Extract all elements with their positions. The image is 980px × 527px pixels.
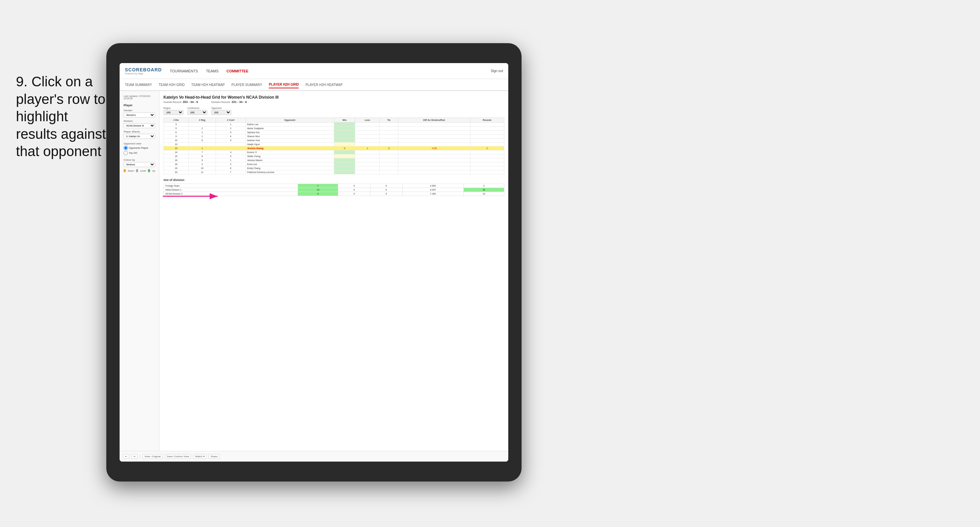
nav-tournaments[interactable]: TOURNAMENTS — [170, 68, 198, 75]
up-dot — [148, 169, 150, 172]
region-label: Region — [164, 107, 183, 109]
filter-row: Region (All) Conference (All) Opponent — [164, 107, 504, 115]
table-row[interactable]: 1063 Andrea York — [164, 138, 504, 143]
gender-select[interactable]: Women's — [124, 113, 155, 117]
undo-btn[interactable]: ↩ — [123, 454, 129, 459]
table-row[interactable]: 1691 Jessica Mason — [164, 159, 504, 162]
sign-out-button[interactable]: Sign out — [491, 69, 503, 73]
top-nav: SCOREBOARD Powered by clippi TOURNAMENTS… — [119, 63, 508, 79]
nav-teams[interactable]: TEAMS — [206, 68, 219, 75]
opponent-option-top100[interactable]: Top 100 — [124, 151, 155, 155]
sub-nav-player-h2h-heatmap[interactable]: PLAYER H2H HEATMAP — [305, 82, 342, 88]
sidebar-player-section: Player — [124, 103, 155, 107]
level-label: Level — [140, 170, 146, 172]
region-select[interactable]: (All) — [164, 110, 183, 115]
sub-nav-team-h2h-grid[interactable]: TEAM H2H GRID — [159, 82, 185, 88]
gender-label: Gender — [124, 109, 155, 112]
filter-opponent: Opponent (All) — [211, 107, 231, 115]
out-row-naia[interactable]: NAIA Division 1 15 0 0 9.267 30 — [164, 188, 504, 192]
save-custom-btn[interactable]: Save Custom View — [165, 454, 191, 459]
out-of-division-table: Foreign Team 1 0 0 4.500 2 NAIA Division… — [164, 184, 504, 196]
conference-select[interactable]: (All) — [187, 110, 207, 115]
colour-by-select[interactable]: Win/loss — [124, 162, 155, 167]
sub-nav-player-h2h-grid[interactable]: PLAYER H2H GRID — [269, 81, 299, 88]
sidebar: Last Updated: 27/03/2024 16:55:38 Player… — [119, 91, 159, 451]
opponent-view: Opponent view Opponents Played Top 100 — [124, 142, 155, 155]
records: Overall Record: 353 - 34 - 6 Division Re… — [164, 100, 504, 103]
sub-nav: TEAM SUMMARY TEAM H2H GRID TEAM H2H HEAT… — [119, 79, 508, 91]
level-dot — [136, 169, 138, 172]
opponent-option-played[interactable]: Opponents Played — [124, 146, 155, 150]
out-row-ncaa2[interactable]: NCAA Division 2 5 0 0 7.400 10 — [164, 192, 504, 196]
tablet-device: SCOREBOARD Powered by clippi TOURNAMENTS… — [106, 43, 522, 481]
main-content: Last Updated: 27/03/2024 16:55:38 Player… — [119, 91, 508, 451]
table-row[interactable]: 19106 Emily Chang — [164, 167, 504, 170]
nav-committee[interactable]: COMMITTEE — [227, 68, 248, 75]
table-row[interactable]: 522 Alexis Sudjianto — [164, 127, 504, 130]
table-row[interactable]: 1585 Stella Cheng — [164, 154, 504, 159]
table-row[interactable]: 20117 Federica Domecq Lacroze — [164, 170, 504, 175]
col-win: Win — [334, 118, 355, 122]
bottom-toolbar: ↩ ↪ | View: Original Save Custom View Wa… — [119, 451, 508, 462]
share-btn[interactable]: Share — [208, 454, 220, 459]
col-rounds: Rounds — [470, 118, 504, 122]
filter-conference: Conference (All) — [187, 107, 207, 115]
down-label: Down — [128, 170, 134, 172]
tablet-screen: SCOREBOARD Powered by clippi TOURNAMENTS… — [119, 63, 508, 462]
selected-table-row[interactable]: 13 1 Jessica Huang 0 1 0 -3.00 2 — [164, 146, 504, 151]
filter-region: Region (All) — [164, 107, 183, 115]
sub-nav-player-summary[interactable]: PLAYER SUMMARY — [232, 82, 262, 88]
conference-label: Conference — [187, 107, 207, 109]
col-conf: # Conf — [216, 118, 246, 122]
up-label: Up — [152, 170, 155, 172]
col-reg: # Reg — [189, 118, 216, 122]
sub-nav-team-summary[interactable]: TEAM SUMMARY — [125, 82, 152, 88]
nav-links: TOURNAMENTS TEAMS COMMITTEE — [170, 68, 491, 75]
legend: Down Level Up — [124, 169, 155, 172]
table-row[interactable]: 1474 Eunice Yi — [164, 151, 504, 154]
redo-btn[interactable]: ↪ — [131, 454, 138, 459]
instruction-text: 9. Click on a player's row to highlight … — [16, 73, 112, 160]
timestamp: Last Updated: 27/03/2024 16:55:38 — [124, 95, 155, 100]
col-diff: Diff Av Strokes/Rnd — [398, 118, 470, 122]
table-row[interactable]: 1822 Euna Lee — [164, 162, 504, 167]
view-original-btn[interactable]: View: Original — [143, 454, 163, 459]
content-area: Katelyn Vo Head-to-Head Grid for Women's… — [159, 91, 508, 451]
colour-by-label: Colour by — [124, 159, 155, 161]
opponent-filter-label: Opponent — [211, 107, 231, 109]
h2h-grid-table: # Div # Reg # Conf Opponent Win Loss Tie… — [164, 117, 504, 175]
overall-record-value: 353 - 34 - 6 — [183, 100, 198, 103]
opponent-view-label: Opponent view — [124, 142, 155, 145]
player-rank-select[interactable]: 8. Katelyn Vo — [124, 134, 155, 139]
col-tie: Tie — [380, 118, 398, 122]
watch-btn[interactable]: Watch ▾ — [193, 454, 207, 459]
table-row[interactable]: 31 Esther Lee — [164, 122, 504, 127]
table-row[interactable]: 914 Sharon Mun — [164, 135, 504, 138]
table-row[interactable]: 613 Sydney Kuo — [164, 130, 504, 135]
logo-area: SCOREBOARD Powered by clippi — [125, 67, 162, 75]
player-rank-label: Player (Rank) — [124, 130, 155, 133]
h2h-title: Katelyn Vo Head-to-Head Grid for Women's… — [164, 95, 504, 100]
division-record-value: 331 - 34 - 6 — [232, 100, 247, 103]
col-div: # Div — [164, 118, 189, 122]
table-row[interactable]: 13 Haejin Hyun — [164, 143, 504, 146]
overall-record-label: Overall Record: — [164, 101, 182, 103]
sep1: | — [140, 455, 140, 458]
sub-nav-team-h2h-heatmap[interactable]: TEAM H2H HEATMAP — [191, 82, 225, 88]
out-row-foreign[interactable]: Foreign Team 1 0 0 4.500 2 — [164, 184, 504, 188]
division-record-label: Division Record: — [211, 101, 231, 103]
logo: SCOREBOARD — [125, 67, 162, 72]
logo-sub: Powered by clippi — [125, 72, 162, 75]
col-opponent: Opponent — [245, 118, 334, 122]
down-dot — [124, 169, 126, 172]
col-loss: Loss — [355, 118, 380, 122]
out-of-division-title: Out of division — [164, 178, 504, 182]
division-label: Division — [124, 119, 155, 122]
division-select[interactable]: NCAA Division III — [124, 123, 155, 128]
colour-by: Colour by Win/loss Down Level Up — [124, 159, 155, 172]
opponent-filter-select[interactable]: (All) — [211, 110, 231, 115]
